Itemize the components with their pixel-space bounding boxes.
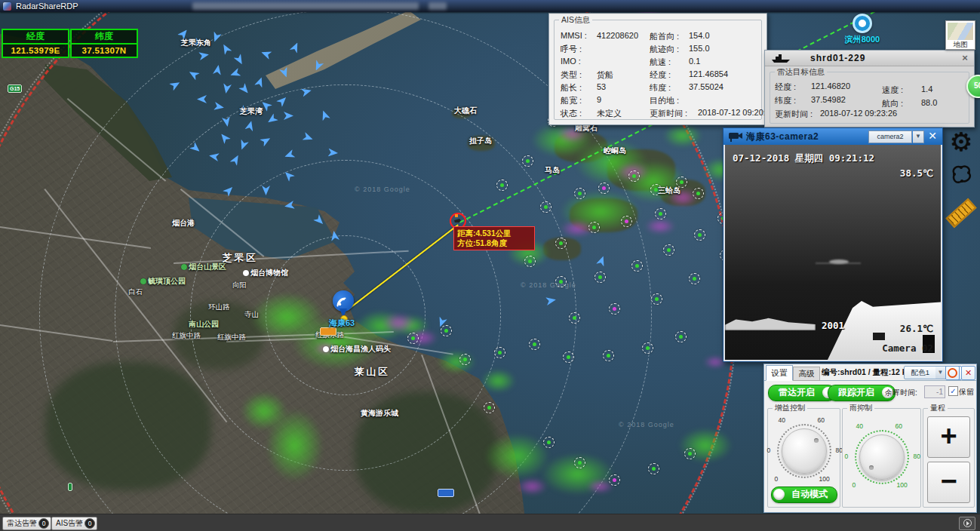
ais-ship-arrow[interactable]	[222, 83, 232, 94]
range-minus-button[interactable]: −	[927, 462, 970, 503]
radar-echo-target[interactable]	[631, 260, 643, 272]
ais-ship-arrow[interactable]	[197, 95, 207, 103]
radar-echo-target[interactable]	[609, 474, 620, 486]
radar-echo-target[interactable]	[588, 222, 600, 233]
close-icon[interactable]: ✕	[926, 130, 939, 142]
chevron-down-icon[interactable]: ▼	[913, 130, 924, 143]
tab-settings[interactable]: 设置	[766, 365, 793, 381]
vessel-marker[interactable]: 滨州8000	[840, 14, 885, 45]
radar-on-toggle[interactable]: 雷达开启	[768, 385, 836, 401]
chevron-down-icon[interactable]: ▼	[935, 366, 946, 379]
radar-echo-target[interactable]	[459, 354, 471, 365]
radar-echo-target[interactable]	[484, 402, 495, 413]
ais-ship-arrow[interactable]	[260, 99, 272, 112]
ais-ship-arrow[interactable]	[284, 149, 296, 161]
keep-checkbox[interactable]: ✓	[948, 386, 958, 396]
target-panel-header[interactable]: shrd01-229 ×	[765, 51, 974, 66]
radar-echo-target[interactable]	[663, 244, 674, 256]
ais-ship-arrow[interactable]	[220, 42, 232, 55]
radar-echo-target[interactable]	[628, 170, 640, 182]
ais-ship-arrow[interactable]	[214, 102, 225, 112]
ais-ship-arrow[interactable]	[169, 78, 182, 91]
ais-ship-arrow[interactable]	[328, 148, 339, 157]
radar-echo-target[interactable]	[651, 293, 662, 305]
ais-ship-arrow[interactable]	[177, 27, 190, 40]
auto-mode-toggle[interactable]: 自动模式	[771, 486, 837, 503]
ais-ship-arrow[interactable]	[260, 48, 272, 60]
radar-echo-target[interactable]	[648, 463, 659, 474]
radar-echo-target[interactable]	[694, 229, 705, 241]
knob-dial[interactable]	[782, 428, 827, 474]
radar-echo-target[interactable]	[555, 276, 567, 287]
ais-ship-arrow[interactable]	[210, 32, 222, 44]
radar-alarm-button[interactable]: 雷达告警 0	[2, 517, 51, 530]
radar-site-marker[interactable]	[333, 290, 355, 321]
radar-echo-target[interactable]	[693, 188, 704, 199]
ais-ship-arrow[interactable]	[254, 76, 266, 88]
ais-ship-arrow[interactable]	[245, 120, 256, 131]
radar-echo-target[interactable]	[529, 339, 540, 350]
map-layer-button[interactable]: 地图	[945, 20, 975, 50]
ais-ship-arrow[interactable]	[303, 132, 315, 143]
ais-ship-arrow[interactable]	[319, 109, 330, 121]
ais-ship-arrow[interactable]	[192, 37, 204, 49]
radar-echo-target[interactable]	[543, 437, 555, 448]
radar-echo-target[interactable]	[524, 256, 536, 267]
gain-knob[interactable]: 0 40 60 80 0 100	[773, 419, 836, 483]
ais-ship-arrow[interactable]	[198, 51, 210, 60]
radar-echo-target[interactable]	[555, 238, 567, 249]
radar-echo-target[interactable]	[441, 325, 452, 336]
radar-echo-target[interactable]	[676, 176, 687, 188]
radar-echo-target[interactable]	[642, 342, 653, 354]
knob-dial[interactable]	[859, 434, 905, 480]
ais-ship-arrow[interactable]	[545, 296, 557, 305]
afterglow-input[interactable]: -1	[924, 385, 945, 398]
radar-echo-target[interactable]	[540, 201, 551, 213]
camera-panel-header[interactable]: 海康63-camera2 camera2 ▼ ✕	[723, 128, 942, 145]
ais-ship-arrow[interactable]	[187, 68, 200, 80]
title-bar[interactable]: RadarShareRDP	[0, 0, 980, 12]
radar-echo-target[interactable]	[689, 273, 700, 284]
ais-ship-arrow[interactable]	[218, 131, 231, 144]
ais-ship-arrow[interactable]	[596, 255, 607, 267]
radar-echo-target[interactable]	[684, 448, 696, 459]
radar-echo-target[interactable]	[650, 184, 662, 195]
radar-echo-target[interactable]	[574, 457, 585, 468]
gear-icon[interactable]: ⚙	[945, 127, 978, 157]
ais-ship-arrow[interactable]	[238, 140, 249, 152]
ais-alarm-button[interactable]: AIS告警 0	[51, 517, 97, 530]
radar-echo-target[interactable]	[563, 351, 574, 363]
ais-ship-arrow[interactable]	[229, 68, 241, 79]
ais-ship-arrow[interactable]	[238, 83, 251, 96]
radar-echo-target[interactable]	[655, 208, 666, 219]
ais-ship-arrow[interactable]	[266, 113, 278, 125]
ais-ship-arrow[interactable]	[213, 64, 223, 75]
ais-ship-arrow[interactable]	[233, 54, 245, 66]
close-icon[interactable]: ×	[959, 52, 971, 64]
record-button[interactable]	[945, 366, 960, 380]
ais-ship-arrow[interactable]	[284, 112, 293, 120]
draw-zone-icon[interactable]	[948, 163, 974, 187]
ais-ship-arrow[interactable]	[290, 41, 301, 53]
ais-ship-arrow[interactable]	[282, 169, 295, 182]
radar-echo-target[interactable]	[603, 350, 614, 361]
ais-ship-arrow[interactable]	[276, 94, 289, 107]
ais-ship-arrow[interactable]	[262, 186, 270, 195]
close-panel-button[interactable]: ✕	[961, 366, 975, 380]
ais-ship-arrow[interactable]	[301, 87, 312, 97]
radar-echo-target[interactable]	[594, 272, 606, 283]
expand-button[interactable]	[959, 517, 975, 530]
ais-ship-arrow[interactable]	[229, 153, 241, 166]
radar-echo-target[interactable]	[494, 347, 505, 358]
color-scheme-dropdown[interactable]: 配色1	[904, 366, 937, 379]
rain-knob[interactable]: 0 40 60 80 0 100	[850, 425, 914, 489]
camera-select-dropdown[interactable]: camera2	[868, 130, 912, 143]
ais-ship-arrow[interactable]	[208, 152, 220, 161]
range-plus-button[interactable]: +	[927, 416, 970, 458]
radar-echo-target[interactable]	[609, 303, 620, 315]
tab-advanced[interactable]: 高级	[793, 367, 820, 381]
radar-echo-target[interactable]	[675, 331, 687, 342]
thermal-video-feed[interactable]: 07-12-2018 星期四 09:21:12 38.5℃ 2001 26.1℃…	[723, 145, 942, 361]
radar-echo-target[interactable]	[598, 183, 610, 194]
radar-echo-target[interactable]	[569, 312, 580, 324]
